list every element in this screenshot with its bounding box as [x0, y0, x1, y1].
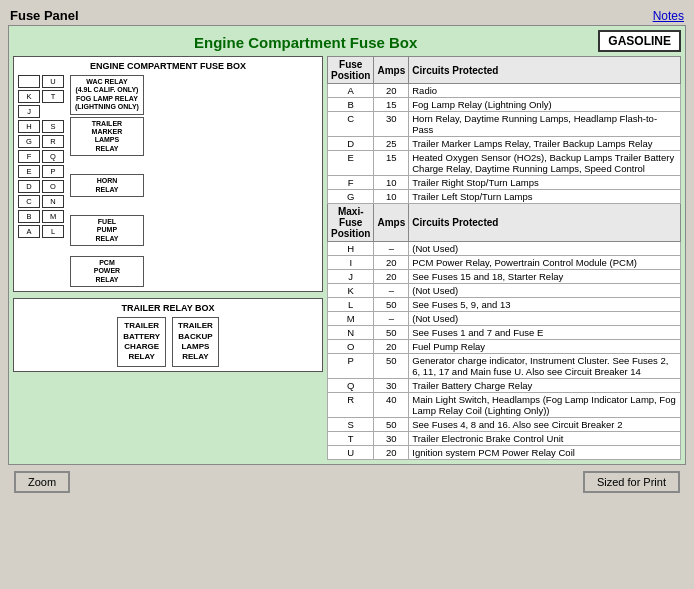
fuse-row: J [18, 105, 64, 118]
fuse-circuit: (Not Used) [409, 312, 681, 326]
fuse-diagram: U K T J [18, 75, 318, 287]
table-row: A 20 Radio [328, 84, 681, 98]
header-maxi-position: Maxi-FusePosition [328, 204, 374, 242]
fuse-item-o: O [42, 180, 64, 193]
trailer-relay-box: TRAILER RELAY BOX TRAILERBATTERYCHARGERE… [13, 298, 323, 372]
fuse-circuit: Heated Oxygen Sensor (HO2s), Backup Lamp… [409, 151, 681, 176]
fuse-pos: D [328, 137, 374, 151]
gasoline-badge: GASOLINE [598, 30, 681, 52]
fuse-pos: N [328, 326, 374, 340]
bottom-bar: Zoom Sized for Print [4, 465, 690, 497]
fuse-item-p: P [42, 165, 64, 178]
fuse-amps: 25 [374, 137, 409, 151]
table-row: C 30 Horn Relay, Daytime Running Lamps, … [328, 112, 681, 137]
table-row: I 20 PCM Power Relay, Powertrain Control… [328, 256, 681, 270]
fuse-item-d: D [18, 180, 40, 193]
fuse-amps: 15 [374, 151, 409, 176]
fuse-amps: 50 [374, 326, 409, 340]
fuse-row: A L [18, 225, 64, 238]
fuse-circuit: Horn Relay, Daytime Running Lamps, Headl… [409, 112, 681, 137]
fuse-circuit: See Fuses 1 and 7 and Fuse E [409, 326, 681, 340]
table-row: R 40 Main Light Switch, Headlamps (Fog L… [328, 393, 681, 418]
header-maxi-amps: Amps [374, 204, 409, 242]
fuse-amps: 20 [374, 340, 409, 354]
fuse-amps: 50 [374, 298, 409, 312]
fuse-circuit: PCM Power Relay, Powertrain Control Modu… [409, 256, 681, 270]
fuse-amps: – [374, 312, 409, 326]
fuse-pos: U [328, 446, 374, 460]
fuse-pos: K [328, 284, 374, 298]
fuse-pos: R [328, 393, 374, 418]
table-row: F 10 Trailer Right Stop/Turn Lamps [328, 176, 681, 190]
fuse-item-b: B [18, 210, 40, 223]
table-row: M – (Not Used) [328, 312, 681, 326]
table-row: E 15 Heated Oxygen Sensor (HO2s), Backup… [328, 151, 681, 176]
fuse-pos: F [328, 176, 374, 190]
fuse-circuit: Main Light Switch, Headlamps (Fog Lamp I… [409, 393, 681, 418]
fuse-amps: 50 [374, 418, 409, 432]
fuse-amps: 15 [374, 98, 409, 112]
header-maxi-circuits: Circuits Protected [409, 204, 681, 242]
table-row: N 50 See Fuses 1 and 7 and Fuse E [328, 326, 681, 340]
table-row: L 50 See Fuses 5, 9, and 13 [328, 298, 681, 312]
horn-relay-box: HORNRELAY [70, 174, 144, 197]
fuse-box-title: Engine Compartment Fuse Box [192, 32, 419, 53]
fuse-item-m: M [42, 210, 64, 223]
fuse-pos: P [328, 354, 374, 379]
trailer-relay-items: TRAILERBATTERYCHARGERELAY TRAILERBACKUPL… [18, 317, 318, 367]
fuse-pairs: U K T J [18, 75, 64, 238]
fuse-row: E P [18, 165, 64, 178]
fuse-pos: Q [328, 379, 374, 393]
fuse-circuit: See Fuses 15 and 18, Starter Relay [409, 270, 681, 284]
fuse-item-l: L [42, 225, 64, 238]
fuse-item-k: K [18, 90, 40, 103]
fuse-row: K T [18, 90, 64, 103]
fuse-circuit: Trailer Marker Lamps Relay, Trailer Back… [409, 137, 681, 151]
sized-for-print-button[interactable]: Sized for Print [583, 471, 680, 493]
fuse-amps: 20 [374, 84, 409, 98]
fuse-item-u: U [42, 75, 64, 88]
fuse-item-c: C [18, 195, 40, 208]
table-row: K – (Not Used) [328, 284, 681, 298]
fuse-row: G R [18, 135, 64, 148]
fuse-circuit: Generator charge indicator, Instrument C… [409, 354, 681, 379]
fuse-circuit: See Fuses 4, 8 and 16. Also see Circuit … [409, 418, 681, 432]
trailer-backup-lamps-relay: TRAILERBACKUPLAMPSRELAY [172, 317, 219, 367]
fuse-amps: 30 [374, 432, 409, 446]
header-fuse-position: FusePosition [328, 57, 374, 84]
fuse-pos: E [328, 151, 374, 176]
fuse-pos: C [328, 112, 374, 137]
fuse-pos: B [328, 98, 374, 112]
trailer-relay-title: TRAILER RELAY BOX [18, 303, 318, 313]
fuse-pos: H [328, 242, 374, 256]
fuse-amps: – [374, 284, 409, 298]
fuse-circuit: Fog Lamp Relay (Lightning Only) [409, 98, 681, 112]
fuse-circuit: Trailer Electronic Brake Control Unit [409, 432, 681, 446]
zoom-button[interactable]: Zoom [14, 471, 70, 493]
trailer-battery-charge-relay: TRAILERBATTERYCHARGERELAY [117, 317, 166, 367]
fuse-row: C N [18, 195, 64, 208]
fuse-table: FusePosition Amps Circuits Protected A 2… [327, 56, 681, 460]
header-amps: Amps [374, 57, 409, 84]
fuse-circuit: (Not Used) [409, 284, 681, 298]
fuse-pos: J [328, 270, 374, 284]
fuse-amps: 40 [374, 393, 409, 418]
page-container: Fuse Panel Notes Engine Compartment Fuse… [0, 0, 694, 589]
fuse-amps: 50 [374, 354, 409, 379]
table-row: T 30 Trailer Electronic Brake Control Un… [328, 432, 681, 446]
fuse-amps: 10 [374, 190, 409, 204]
table-row: G 10 Trailer Left Stop/Turn Lamps [328, 190, 681, 204]
fuse-amps: 30 [374, 379, 409, 393]
notes-link[interactable]: Notes [653, 9, 684, 23]
fuse-circuit: Radio [409, 84, 681, 98]
engine-label: ENGINE COMPARTMENT FUSE BOX [18, 61, 318, 71]
content-area: ENGINE COMPARTMENT FUSE BOX U K [13, 56, 681, 460]
fuse-circuit: Ignition system PCM Power Relay Coil [409, 446, 681, 460]
fuse-item-g: G [18, 135, 40, 148]
table-row: H – (Not Used) [328, 242, 681, 256]
table-row: O 20 Fuel Pump Relay [328, 340, 681, 354]
fuse-circuit: Trailer Battery Charge Relay [409, 379, 681, 393]
fuse-row: U [18, 75, 64, 88]
fuse-item-s: S [42, 120, 64, 133]
fuse-amps: 30 [374, 112, 409, 137]
